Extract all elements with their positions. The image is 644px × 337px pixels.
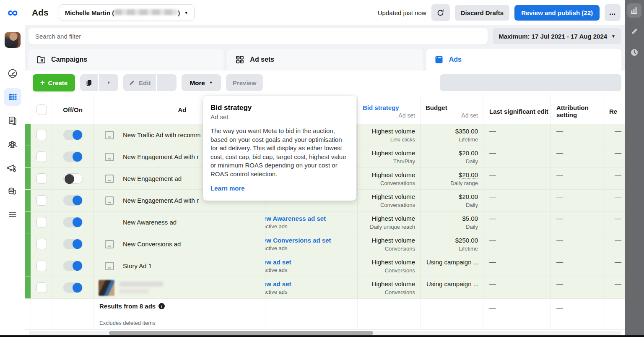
edit-panel-button[interactable] <box>627 24 641 39</box>
ad-toggle-on[interactable] <box>63 130 83 140</box>
nav-all-tools[interactable] <box>4 206 21 223</box>
window-bottom-edge <box>0 335 644 337</box>
tab-campaigns[interactable]: Campaigns <box>29 49 223 71</box>
coins-icon <box>7 185 18 197</box>
create-button[interactable]: + Create <box>33 74 75 91</box>
edit-button[interactable]: Edit <box>123 74 156 91</box>
learn-more-link[interactable]: Learn more <box>210 185 245 192</box>
more-options-button[interactable]: … <box>605 4 621 21</box>
duplicate-button[interactable] <box>80 74 98 91</box>
nav-campaigns[interactable] <box>4 88 21 106</box>
search-input[interactable] <box>35 33 481 40</box>
budget-value: Using campaign ... <box>423 259 478 266</box>
draft-indicator-strip <box>25 212 31 233</box>
nav-billing[interactable] <box>4 182 21 200</box>
ad-toggle-on[interactable] <box>63 282 83 293</box>
clock-icon <box>630 48 639 57</box>
row-checkbox[interactable] <box>36 282 47 293</box>
ad-name-link[interactable]: New Engagement Ad with r <box>123 197 199 204</box>
bid-strategy-value: Highest volume <box>372 215 415 222</box>
bid-strategy-value: Highest volume <box>372 193 415 200</box>
row-checkbox[interactable] <box>36 217 47 227</box>
profile-avatar[interactable] <box>5 32 21 48</box>
account-selector[interactable]: Michelle Martin () ▼ <box>59 4 195 21</box>
last-edit-value: — <box>483 190 550 211</box>
filter-bar: Maximum: 17 Jul 2021 - 17 Aug 2024 ▼ <box>25 25 625 47</box>
tab-campaigns-label: Campaigns <box>51 56 87 63</box>
ad-thumbnail-redacted[interactable] <box>99 280 114 296</box>
column-header-budget[interactable]: Budget Ad set <box>420 95 483 124</box>
results-value: — <box>605 190 625 211</box>
row-checkbox[interactable] <box>36 173 47 184</box>
ad-toggle-on[interactable] <box>63 261 83 271</box>
date-range-selector[interactable]: Maximum: 17 Jul 2021 - 17 Aug 2024 ▼ <box>493 28 621 44</box>
bid-strategy-value: Highest volume <box>372 237 415 244</box>
people-icon <box>7 138 18 150</box>
ad-toggle-on[interactable] <box>63 217 83 227</box>
info-icon[interactable]: i <box>158 303 165 309</box>
folder-icon <box>36 55 46 65</box>
refresh-button[interactable] <box>431 4 450 21</box>
charts-panel-button[interactable] <box>627 3 641 18</box>
column-header-attribution[interactable]: Attribution setting <box>550 95 605 124</box>
column-header-bid-strategy[interactable]: Bid strategy Ad set <box>357 95 420 124</box>
last-edit-value: — <box>483 168 550 189</box>
nav-audiences[interactable] <box>4 135 21 153</box>
adset-link[interactable]: ew Awareness ad set <box>265 215 354 222</box>
chevron-down-icon: ▼ <box>184 10 188 15</box>
history-panel-button[interactable] <box>627 45 641 60</box>
column-header-results[interactable]: Re <box>605 95 625 124</box>
edit-dropdown-button[interactable] <box>157 74 177 91</box>
ad-name-link[interactable]: Story Ad 1 <box>123 262 152 269</box>
table-footer-row: Results from 8 ads i Excludes deleted it… <box>25 299 625 330</box>
ad-name-link[interactable]: New Engagement ad <box>123 175 182 182</box>
discard-drafts-button[interactable]: Discard Drafts <box>455 5 510 21</box>
table-icon <box>7 91 18 102</box>
ad-toggle-on[interactable] <box>63 239 83 249</box>
refresh-icon <box>436 9 444 17</box>
preview-button[interactable]: Preview <box>226 74 263 91</box>
ad-toggle-on[interactable] <box>63 195 83 206</box>
column-toolbar-placeholder <box>440 74 621 91</box>
ad-name-link[interactable]: New Engagement Ad with r <box>123 153 199 160</box>
tab-ad-sets[interactable]: Ad sets <box>227 49 422 71</box>
meta-logo[interactable]: ∞ <box>0 0 25 24</box>
more-menu-button[interactable]: More ▼ <box>182 74 221 91</box>
gauge-icon <box>7 68 18 79</box>
budget-value-editable[interactable]: $20.00 <box>459 171 478 179</box>
horizontal-scrollbar-thumb[interactable] <box>109 331 373 335</box>
column-header-last-edit[interactable]: Last significant edit <box>483 95 550 124</box>
row-checkbox[interactable] <box>36 195 47 206</box>
row-checkbox[interactable] <box>36 152 47 162</box>
adset-link[interactable]: ew ad set <box>265 259 354 266</box>
page-title: Ads <box>32 8 49 18</box>
attribution-value: — <box>550 255 605 277</box>
row-checkbox[interactable] <box>36 239 47 249</box>
adset-link[interactable]: ew ad set <box>265 280 354 287</box>
date-range-label: Maximum: 17 Jul 2021 - 17 Aug 2024 <box>499 33 607 40</box>
nav-advertise[interactable] <box>4 159 21 176</box>
attribution-value: — <box>550 233 605 255</box>
column-header-onoff[interactable]: Off/On <box>52 95 93 124</box>
results-value: — <box>605 277 625 298</box>
ad-name-link[interactable]: New Traffic Ad with recomm <box>123 131 201 138</box>
ad-toggle-on[interactable] <box>63 152 83 162</box>
attribution-value: — <box>550 146 605 167</box>
nav-account-overview[interactable] <box>4 65 21 82</box>
chevron-down-icon: ▼ <box>611 34 615 39</box>
row-checkbox[interactable] <box>36 130 47 140</box>
tab-ads[interactable]: Ads <box>426 49 621 71</box>
ad-name-link[interactable]: New Conversions ad <box>123 240 181 248</box>
select-all-checkbox[interactable] <box>36 104 47 115</box>
review-publish-button[interactable]: Review and publish (22) <box>514 5 600 21</box>
nav-pages[interactable] <box>4 112 21 129</box>
ad-icon <box>104 196 114 205</box>
ad-toggle-off[interactable] <box>63 173 83 184</box>
account-name: Michelle Martin () <box>65 9 180 16</box>
row-checkbox[interactable] <box>36 261 47 271</box>
duplicate-dropdown-button[interactable]: ▼ <box>99 74 118 91</box>
adset-link[interactable]: ew Conversions ad set <box>265 237 354 244</box>
menu-icon <box>7 209 18 220</box>
search-filter-field[interactable] <box>29 28 488 44</box>
ad-name-link[interactable]: New Awareness ad <box>123 219 177 226</box>
